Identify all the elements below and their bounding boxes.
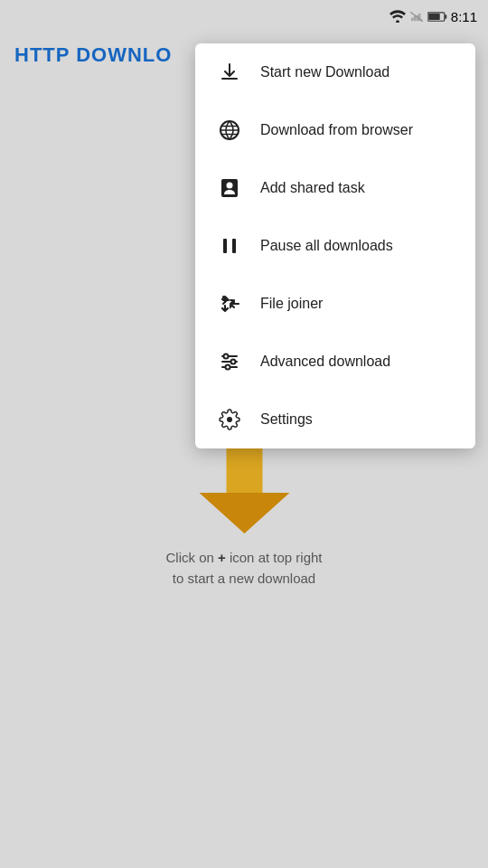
sliders-icon	[217, 349, 242, 374]
status-icons: 8:11	[389, 9, 477, 24]
status-time: 8:11	[451, 9, 477, 24]
dropdown-menu: Start new Download Download from browser…	[195, 43, 475, 448]
svg-rect-4	[428, 13, 440, 19]
pause-icon	[217, 233, 242, 259]
menu-label-start-new-download: Start new Download	[260, 64, 389, 80]
app-title: HTTP DOWNLO	[14, 43, 172, 66]
menu-item-settings[interactable]: Settings	[195, 391, 475, 448]
svg-point-0	[396, 20, 399, 23]
person-badge-icon	[217, 175, 242, 201]
svg-rect-8	[223, 239, 227, 253]
svg-point-15	[226, 365, 230, 370]
svg-rect-9	[232, 239, 236, 253]
download-arrow-svg	[190, 443, 298, 533]
hint-text: Click on + icon at top right to start a …	[165, 548, 322, 589]
svg-rect-16	[226, 443, 262, 493]
download-icon	[217, 60, 242, 85]
menu-item-pause-all-downloads[interactable]: Pause all downloads	[195, 217, 475, 275]
plus-icon: +	[218, 550, 226, 565]
menu-label-download-from-browser: Download from browser	[260, 122, 413, 138]
menu-item-file-joiner[interactable]: File joiner	[195, 275, 475, 333]
merge-icon	[217, 291, 242, 316]
svg-point-14	[231, 360, 236, 364]
menu-item-advanced-download[interactable]: Advanced download	[195, 333, 475, 391]
gear-icon	[217, 407, 242, 432]
wifi-icon	[389, 10, 406, 23]
svg-marker-17	[199, 493, 289, 533]
svg-rect-3	[445, 14, 446, 19]
hint-line1: Click on + icon at top right	[165, 548, 322, 569]
status-bar: 8:11	[0, 0, 488, 33]
globe-icon	[217, 118, 242, 143]
svg-point-13	[224, 354, 229, 359]
signal-icon	[409, 10, 424, 23]
svg-point-7	[227, 183, 233, 189]
menu-label-settings: Settings	[260, 411, 313, 428]
battery-icon	[427, 11, 447, 23]
menu-label-pause-all-downloads: Pause all downloads	[260, 238, 393, 254]
menu-label-add-shared-task: Add shared task	[260, 180, 365, 196]
menu-label-file-joiner: File joiner	[260, 296, 323, 312]
menu-item-add-shared-task[interactable]: Add shared task	[195, 159, 475, 217]
download-illustration: Click on + icon at top right to start a …	[165, 443, 322, 589]
menu-item-download-from-browser[interactable]: Download from browser	[195, 101, 475, 159]
menu-label-advanced-download: Advanced download	[260, 354, 390, 370]
menu-item-start-new-download[interactable]: Start new Download	[195, 43, 475, 101]
hint-line2: to start a new download	[165, 569, 322, 590]
